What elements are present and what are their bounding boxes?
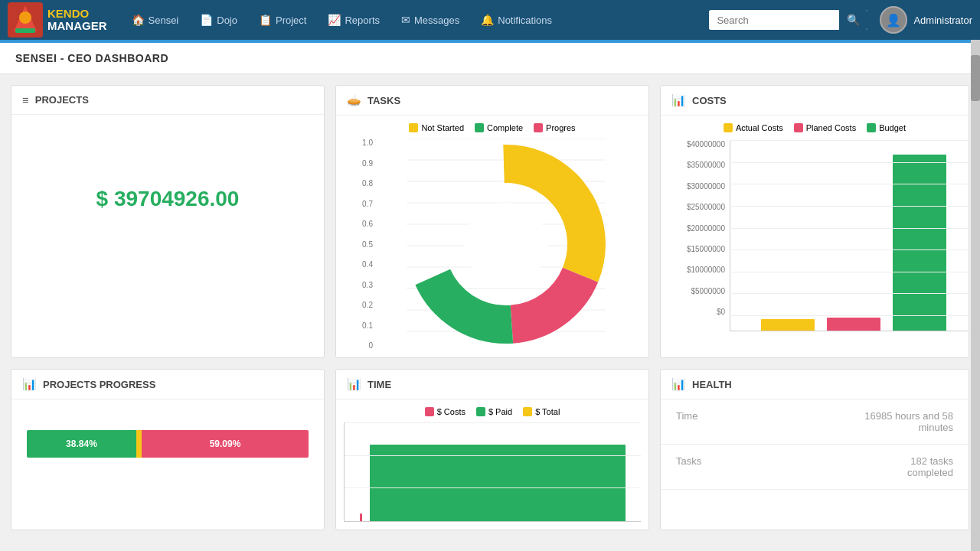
svg-point-17 [465, 203, 547, 285]
progress-seg-red-label: 59.09% [210, 439, 241, 449]
project-icon: 📋 [259, 14, 272, 26]
dashboard: ≡ PROJECTS $ 39704926.00 🥧 TASKS Not Sta… [0, 74, 980, 541]
time-title: TIME [368, 379, 391, 390]
planned-costs-dot [794, 123, 803, 132]
projects-card-header: ≡ PROJECTS [11, 86, 324, 115]
time-bar-costs [360, 514, 362, 521]
tasks-title: TASKS [368, 95, 400, 106]
page-title: SENSEI - CEO DASHBOARD [15, 52, 965, 64]
budget-dot [867, 123, 876, 132]
tasks-card-header: 🥧 TASKS [336, 86, 648, 116]
planned-costs-bar [827, 318, 880, 331]
progress-bar: 38.84% 59.09% [27, 430, 309, 458]
logo[interactable]: KENDO manager [8, 2, 107, 37]
nav-notifications[interactable]: 🔔 Notifications [472, 9, 561, 31]
messages-icon: ✉ [401, 14, 410, 26]
progress-seg-green: 38.84% [27, 430, 136, 458]
nav-messages-label: Messages [414, 15, 459, 26]
avatar: 👤 [880, 6, 907, 34]
time-paid-dot [476, 407, 485, 416]
costs-card-header: 📊 COSTS [661, 86, 969, 116]
time-card: 📊 TIME $ Costs $ Paid $ Total [335, 369, 649, 530]
dojo-icon: 📄 [200, 14, 213, 26]
costs-card-body: Actual Costs Planed Costs Budget $ [661, 116, 969, 339]
time-paid-label: $ Paid [488, 407, 512, 416]
time-legend-paid: $ Paid [476, 407, 512, 416]
navbar: KENDO manager 🏠 Sensei 📄 Dojo 📋 Project … [0, 0, 980, 40]
progress-header-icon: 📊 [22, 377, 37, 391]
progress-seg-red: 59.09% [142, 430, 308, 458]
health-card-body: Time 16985 hours and 58minutes Tasks 182… [661, 399, 969, 490]
time-grid-mid1 [345, 455, 641, 456]
time-card-header: 📊 TIME [336, 370, 648, 399]
nav-project[interactable]: 📋 Project [250, 9, 315, 31]
time-legend-total: $ Total [523, 407, 560, 416]
health-tasks-value: 182 taskscompleted [907, 455, 953, 478]
time-card-body: $ Costs $ Paid $ Total [336, 399, 648, 530]
nav-dojo[interactable]: 📄 Dojo [191, 9, 247, 31]
complete-dot [475, 123, 484, 132]
donut-chart [379, 139, 633, 353]
logo-line2: manager [47, 20, 107, 33]
complete-label: Complete [487, 123, 523, 132]
user-label: Administrator [913, 15, 972, 26]
budget-label: Budget [879, 123, 906, 132]
progress-title: PROJECTS PROGRESS [43, 379, 155, 390]
projects-value: $ 39704926.00 [22, 126, 313, 272]
projects-header-icon: ≡ [22, 93, 29, 106]
progress-label: Progres [546, 123, 576, 132]
actual-costs-bar [761, 319, 815, 331]
actual-costs-dot [724, 123, 733, 132]
progress-dot [534, 123, 543, 132]
nav-project-label: Project [276, 15, 306, 26]
search-button[interactable]: 🔍 [839, 10, 867, 30]
sensei-icon: 🏠 [132, 14, 145, 26]
actual-costs-label: Actual Costs [736, 123, 783, 132]
costs-chart-container: $40000000 $35000000 $30000000 $25000000 … [668, 140, 961, 331]
costs-legend-budget: Budget [867, 123, 906, 132]
health-time-value: 16985 hours and 58minutes [864, 410, 953, 433]
costs-legend: Actual Costs Planed Costs Budget [668, 123, 961, 132]
donut-wrap: 1.00.90.80.7 0.60.50.40.3 0.20.10 [344, 139, 641, 353]
tasks-legend-complete: Complete [475, 123, 523, 132]
user-menu[interactable]: 👤 Administrator [880, 6, 972, 34]
nav-messages[interactable]: ✉ Messages [392, 9, 469, 31]
time-bar-paid [370, 445, 626, 521]
nav-sensei[interactable]: 🏠 Sensei [122, 9, 188, 31]
dashboard-row-2: 📊 PROJECTS PROGRESS 38.84% 59.09% 📊 [11, 369, 969, 530]
costs-bars [730, 140, 969, 331]
time-total-dot [523, 407, 532, 416]
health-row-tasks: Tasks 182 taskscompleted [661, 445, 969, 490]
progress-seg-yellow [136, 430, 142, 458]
health-time-label: Time [676, 410, 697, 422]
time-header-icon: 📊 [347, 377, 361, 391]
y-axis: 1.00.90.80.7 0.60.50.40.3 0.20.10 [351, 139, 373, 353]
costs-y-labels: $40000000 $35000000 $30000000 $25000000 … [668, 140, 730, 316]
costs-legend-actual: Actual Costs [724, 123, 783, 132]
scrollbar-thumb[interactable] [971, 55, 980, 101]
progress-card-body: 38.84% 59.09% [11, 399, 324, 473]
projects-card: ≡ PROJECTS $ 39704926.00 [11, 85, 325, 358]
costs-chart-area [730, 140, 969, 331]
time-bars [344, 422, 641, 522]
scrollbar[interactable] [971, 40, 980, 541]
projects-title: PROJECTS [35, 94, 89, 106]
svg-point-2 [19, 11, 31, 24]
health-card: 📊 HEALTH Time 16985 hours and 58minutes … [660, 369, 969, 530]
page-title-bar: SENSEI - CEO DASHBOARD [0, 43, 980, 74]
tasks-card: 🥧 TASKS Not Started Complete [335, 85, 649, 358]
not-started-dot [409, 123, 418, 132]
nav-reports[interactable]: 📈 Reports [318, 9, 389, 31]
tasks-legend-progress: Progres [534, 123, 576, 132]
dashboard-row-1: ≡ PROJECTS $ 39704926.00 🥧 TASKS Not Sta… [11, 85, 969, 358]
time-grid-top [345, 422, 641, 423]
search-input[interactable] [709, 11, 839, 30]
time-legend: $ Costs $ Paid $ Total [344, 407, 641, 416]
costs-header-icon: 📊 [671, 93, 686, 107]
logo-line1: KENDO [47, 7, 89, 20]
tasks-header-icon: 🥧 [347, 93, 361, 107]
health-title: HEALTH [692, 379, 732, 390]
planned-costs-label: Planed Costs [806, 123, 856, 132]
health-card-header: 📊 HEALTH [661, 370, 969, 399]
nav-sensei-label: Sensei [149, 15, 179, 26]
